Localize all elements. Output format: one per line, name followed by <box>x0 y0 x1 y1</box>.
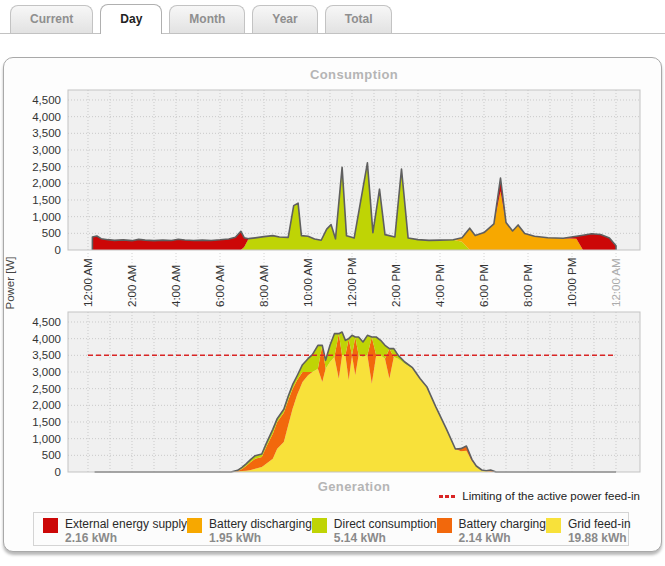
legend-value: 2.16 kWh <box>65 531 187 546</box>
legend-item-grid-feed-in: Grid feed-in 19.88 kWh <box>546 517 631 545</box>
consumption-chart-title: Consumption <box>68 67 640 82</box>
chart-panel <box>3 57 662 552</box>
grid-feed-in-swatch-icon <box>546 518 561 533</box>
legend-value: 19.88 kWh <box>568 531 631 546</box>
tab-day[interactable]: Day <box>100 4 162 34</box>
battery-charging-swatch-icon <box>437 518 452 533</box>
legend-label: Grid feed-in <box>568 517 631 531</box>
legend-item-direct-consumption: Direct consumption 5.14 kWh <box>312 517 437 545</box>
legend-value: 2.14 kWh <box>459 531 546 546</box>
legend-label: Battery charging <box>459 517 546 531</box>
limit-line-label: Limiting of the active power feed-in <box>462 490 640 502</box>
legend-item-external-energy-supply: External energy supply 2.16 kWh <box>43 517 187 545</box>
tab-current[interactable]: Current <box>10 5 93 33</box>
legend-label: Battery discharging <box>209 517 312 531</box>
limit-line-legend: Limiting of the active power feed-in <box>439 490 640 502</box>
limit-dashed-line-icon <box>439 495 456 498</box>
external-energy-supply-swatch-icon <box>43 518 58 533</box>
chart-legend: External energy supply 2.16 kWh Battery … <box>33 512 629 546</box>
legend-label: External energy supply <box>65 517 187 531</box>
legend-item-battery-discharging: Battery discharging 1.95 kWh <box>187 517 312 545</box>
legend-value: 1.95 kWh <box>209 531 312 546</box>
legend-label: Direct consumption <box>334 517 437 531</box>
direct-consumption-swatch-icon <box>312 518 327 533</box>
tab-year[interactable]: Year <box>252 5 317 33</box>
legend-value: 5.14 kWh <box>334 531 437 546</box>
tab-bar: Current Day Month Year Total <box>0 3 665 34</box>
legend-item-battery-charging: Battery charging 2.14 kWh <box>437 517 546 545</box>
energy-dashboard: Current Day Month Year Total 05001,0001,… <box>0 0 665 566</box>
tab-total[interactable]: Total <box>325 5 393 33</box>
battery-discharging-swatch-icon <box>187 518 202 533</box>
tab-month[interactable]: Month <box>169 5 245 33</box>
